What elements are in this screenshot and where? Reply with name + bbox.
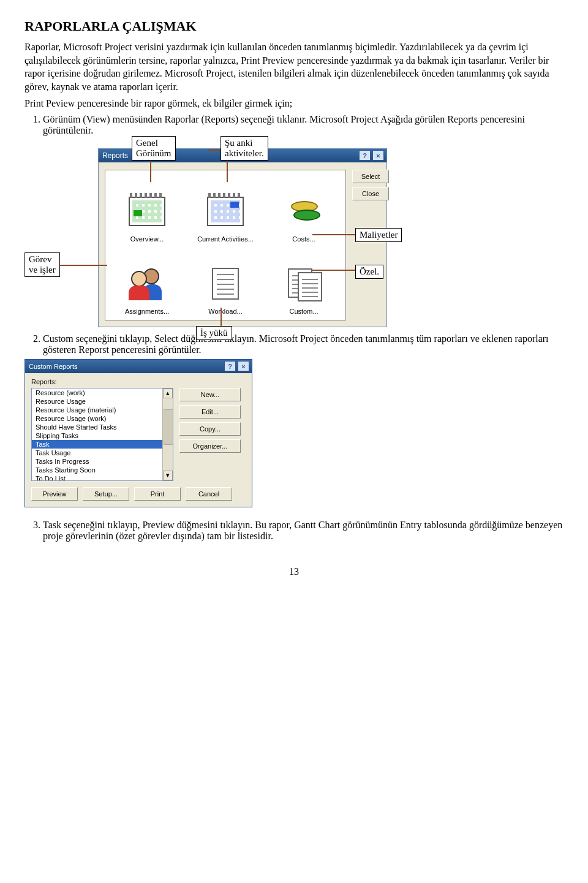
scrollbar[interactable]: ▴ ▾: [162, 388, 173, 480]
intro-paragraph-2: Print Peview penceresinde bir rapor görm…: [24, 97, 564, 110]
edit-button[interactable]: Edit...: [179, 405, 241, 419]
setup-button[interactable]: Setup...: [83, 487, 129, 501]
close-dialog-button[interactable]: Close: [352, 187, 389, 200]
tile-workload[interactable]: Workload...: [189, 248, 262, 315]
list-item[interactable]: Slipping Tasks: [32, 431, 173, 440]
reports-dialog: Reports ? × Overview... Current Activiti…: [98, 148, 387, 327]
intro-paragraph-1: Raporlar, Microsoft Project verisini yaz…: [24, 40, 564, 93]
tile-label: Workload...: [208, 308, 242, 315]
reports-grid: Overview... Current Activities... Costs.…: [105, 170, 346, 320]
scroll-up-icon[interactable]: ▴: [163, 388, 173, 398]
tile-label: Custom...: [289, 308, 318, 315]
copy-button[interactable]: Copy...: [179, 422, 241, 436]
preview-button[interactable]: Preview: [31, 487, 78, 501]
tile-current-activities[interactable]: Current Activities...: [189, 175, 262, 243]
sheet-icon: [204, 262, 247, 305]
scroll-thumb[interactable]: [164, 409, 173, 445]
tile-custom[interactable]: Custom...: [267, 248, 341, 315]
page-number: 13: [24, 566, 564, 577]
list-item[interactable]: Tasks In Progress: [32, 457, 173, 466]
select-button[interactable]: Select: [352, 170, 389, 183]
callout-maliyet: Maliyetler: [355, 228, 402, 242]
scroll-down-icon[interactable]: ▾: [163, 471, 173, 480]
tile-label: Overview...: [130, 235, 164, 243]
close-button[interactable]: ×: [238, 361, 249, 371]
reports-label: Reports:: [31, 378, 246, 385]
callout-ozel: Özel.: [355, 265, 383, 279]
list-item[interactable]: Resource Usage (work): [32, 414, 173, 423]
list-item[interactable]: Resource Usage (material): [32, 406, 173, 414]
list-item[interactable]: Task: [32, 440, 173, 449]
close-button[interactable]: ×: [372, 150, 384, 161]
step-3: Task seçeneğini tıklayıp, Preview düğmes…: [43, 520, 564, 542]
callout-genel: Genel Görünüm: [132, 136, 176, 161]
dialog-titlebar: Custom Reports ? ×: [25, 360, 252, 373]
list-item[interactable]: Resource (work): [32, 388, 173, 397]
step-2: Custom seçeneğini tıklayıp, Select düğme…: [43, 333, 564, 355]
list-item[interactable]: Resource Usage: [32, 397, 173, 406]
print-button[interactable]: Print: [134, 487, 181, 501]
tile-label: Assignments...: [125, 308, 169, 315]
step-1: Görünüm (View) menüsünden Raporlar (Repo…: [43, 114, 564, 136]
help-button[interactable]: ?: [224, 361, 236, 371]
coins-icon: [282, 190, 325, 233]
calendar-icon: [126, 190, 168, 233]
people-icon: [126, 262, 168, 305]
callout-suanki: Şu anki aktiviteler.: [221, 136, 268, 161]
calendar-icon: [204, 190, 247, 233]
new-button[interactable]: New...: [179, 388, 241, 401]
list-item[interactable]: To Do List: [32, 474, 173, 481]
help-button[interactable]: ?: [359, 150, 371, 161]
reports-dialog-area: Görev ve işler Genel Görünüm Şu anki akt…: [61, 148, 453, 327]
tile-costs[interactable]: Costs...: [267, 175, 341, 243]
dialog-title: Reports: [102, 151, 128, 160]
list-item[interactable]: Task Usage: [32, 449, 173, 457]
callout-gorev: Görev ve işler: [24, 252, 60, 277]
cancel-button[interactable]: Cancel: [186, 487, 232, 501]
tile-label: Costs...: [292, 235, 315, 243]
organizer-button[interactable]: Organizer...: [179, 439, 241, 453]
dialog-title: Custom Reports: [29, 363, 77, 370]
page-heading: RAPORLARLA ÇALIŞMAK: [24, 18, 564, 34]
documents-icon: [282, 262, 325, 305]
list-item[interactable]: Should Have Started Tasks: [32, 423, 173, 431]
reports-listbox[interactable]: Resource (work)Resource UsageResource Us…: [31, 388, 173, 481]
list-item[interactable]: Tasks Starting Soon: [32, 466, 173, 474]
custom-reports-dialog: Custom Reports ? × Reports: Resource (wo…: [24, 359, 252, 507]
tile-label: Current Activities...: [197, 235, 254, 243]
callout-isyuku: İş yükü: [196, 326, 232, 340]
tile-assignments[interactable]: Assignments...: [110, 248, 184, 315]
tile-overview[interactable]: Overview...: [110, 175, 184, 243]
